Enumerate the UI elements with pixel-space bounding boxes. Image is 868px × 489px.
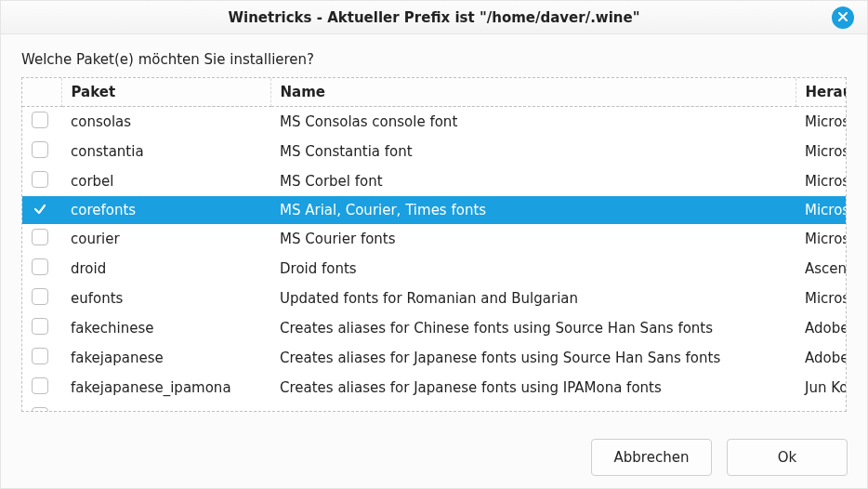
package-list: Paket Name Herausgeber consolasMS Consol… — [21, 77, 847, 412]
prompt-text: Welche Paket(e) möchten Sie installieren… — [21, 51, 847, 68]
checkbox[interactable] — [32, 201, 48, 218]
cell-paket: fakejapanese_vlgothic — [61, 403, 270, 412]
cell-publisher: Microsoft — [796, 196, 847, 224]
table-row[interactable]: fakejapanese_ipamonaCreates aliases for … — [22, 373, 847, 403]
checkbox[interactable] — [32, 258, 48, 275]
cell-paket: fakejapanese — [61, 343, 270, 373]
ok-button[interactable]: Ok — [727, 439, 848, 476]
col-header-name[interactable]: Name — [270, 78, 796, 107]
dialog-footer: Abbrechen Ok — [591, 439, 848, 476]
cell-name: Creates aliases for Japanese fonts using… — [270, 373, 796, 403]
cell-paket: corbel — [61, 166, 270, 196]
table-row[interactable]: fakejapanese_vlgothicCreates aliases for… — [22, 403, 847, 412]
cell-publisher: Microsoft — [796, 284, 847, 313]
cell-paket: eufonts — [61, 284, 270, 313]
checkbox[interactable] — [32, 288, 48, 305]
cell-paket: constantia — [61, 137, 270, 166]
cell-publisher: Project Vine — [796, 403, 847, 412]
table-row[interactable]: fakejapaneseCreates aliases for Japanese… — [22, 343, 847, 373]
cell-paket: corefonts — [61, 196, 270, 224]
table-row[interactable]: fakechineseCreates aliases for Chinese f… — [22, 313, 847, 343]
checkbox[interactable] — [32, 171, 48, 188]
table-row[interactable]: corbelMS Corbel fontMicrosoft — [22, 166, 847, 196]
window-titlebar: Winetricks - Aktueller Prefix ist "/home… — [1, 1, 867, 34]
table-row[interactable]: eufontsUpdated fonts for Romanian and Bu… — [22, 284, 847, 313]
cell-paket: fakejapanese_ipamona — [61, 373, 270, 403]
checkbox[interactable] — [32, 348, 48, 364]
cell-name: MS Constantia font — [270, 137, 796, 166]
cell-paket: courier — [61, 224, 270, 254]
cell-name: Creates aliases for Japanese fonts using… — [270, 343, 796, 373]
cell-name: Updated fonts for Romanian and Bulgarian — [270, 284, 796, 313]
window-title: Winetricks - Aktueller Prefix ist "/home… — [228, 9, 639, 26]
cell-name: MS Arial, Courier, Times fonts — [270, 196, 796, 224]
table-row[interactable]: constantiaMS Constantia fontMicrosoft — [22, 137, 847, 166]
cell-publisher: Ascender — [796, 254, 847, 284]
col-header-publisher[interactable]: Herausgeber — [796, 78, 847, 107]
col-header-paket[interactable]: Paket — [61, 78, 270, 107]
cell-paket: fakechinese — [61, 313, 270, 343]
table-row[interactable]: droidDroid fontsAscender — [22, 254, 847, 284]
cell-name: MS Consolas console font — [270, 107, 796, 138]
checkbox[interactable] — [32, 318, 48, 335]
cancel-button[interactable]: Abbrechen — [591, 439, 712, 476]
table-row[interactable]: corefontsMS Arial, Courier, Times fontsM… — [22, 196, 847, 224]
checkbox[interactable] — [32, 112, 48, 128]
checkbox[interactable] — [32, 141, 48, 158]
checkbox[interactable] — [32, 377, 48, 394]
table-row[interactable]: courierMS Courier fontsMicrosoft — [22, 224, 847, 254]
cell-publisher: Microsoft — [796, 107, 847, 138]
cell-paket: consolas — [61, 107, 270, 138]
cell-name: Creates aliases for Chinese fonts using … — [270, 313, 796, 343]
close-button[interactable] — [832, 7, 854, 29]
cell-name: Creates aliases for Japanese Meiryo font… — [270, 403, 796, 412]
checkbox[interactable] — [32, 229, 48, 245]
table-row[interactable]: consolasMS Consolas console fontMicrosof… — [22, 107, 847, 138]
cell-name: MS Courier fonts — [270, 224, 796, 254]
cell-publisher: Adobe — [796, 343, 847, 373]
cell-publisher: Jun Kobayashi — [796, 373, 847, 403]
close-icon — [837, 1, 848, 34]
cell-publisher: Microsoft — [796, 166, 847, 196]
cell-publisher: Microsoft — [796, 224, 847, 254]
cell-name: Droid fonts — [270, 254, 796, 284]
checkbox[interactable] — [32, 407, 48, 412]
cell-paket: droid — [61, 254, 270, 284]
cell-name: MS Corbel font — [270, 166, 796, 196]
cell-publisher: Microsoft — [796, 137, 847, 166]
cell-publisher: Adobe — [796, 313, 847, 343]
col-header-check[interactable] — [22, 78, 61, 107]
